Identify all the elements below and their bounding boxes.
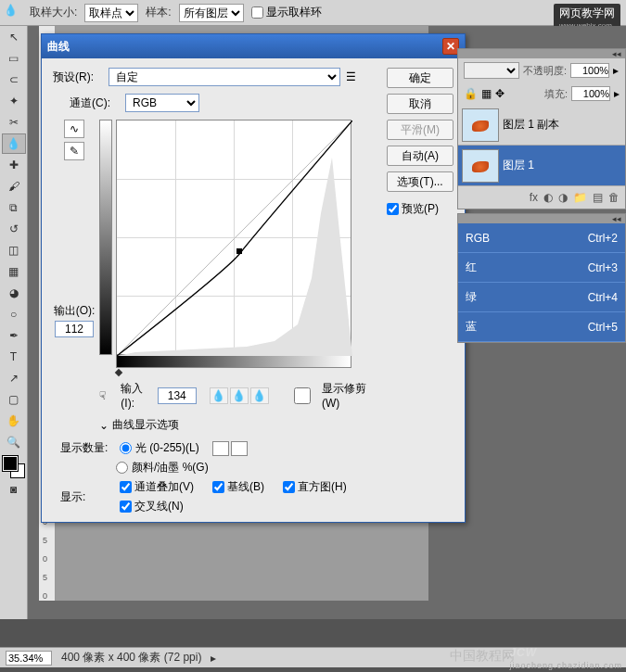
crop-tool[interactable]: ✂ <box>2 112 26 133</box>
opacity-field[interactable] <box>570 63 609 78</box>
collapse-icon[interactable]: ⌄ <box>99 419 109 432</box>
zoom-tool[interactable]: 🔍 <box>2 432 26 452</box>
path-tool[interactable]: ↗ <box>2 368 26 388</box>
doc-info-arrow-icon[interactable]: ▸ <box>211 652 216 665</box>
sample-size-select[interactable]: 取样点 <box>84 4 138 22</box>
shape-tool[interactable]: ▢ <box>2 389 26 410</box>
color-swatches[interactable] <box>3 456 25 478</box>
input-gradient <box>116 355 351 368</box>
pen-tool[interactable]: ✒ <box>2 325 26 346</box>
fill-arrow-icon[interactable]: ▸ <box>614 87 620 100</box>
ink-radio[interactable] <box>116 462 128 474</box>
preview-label: 预览(P) <box>402 201 439 217</box>
layer-thumbnail[interactable] <box>462 108 499 142</box>
curve-mode-draw-icon[interactable]: ✎ <box>64 142 84 160</box>
auto-button[interactable]: 自动(A) <box>387 146 454 166</box>
type-tool[interactable]: T <box>2 347 26 367</box>
fg-color-swatch[interactable] <box>3 456 18 471</box>
channels-panel: ◂◂ RGB Ctrl+2 红 Ctrl+3 绿 Ctrl+4 蓝 Ctrl+5 <box>457 213 626 343</box>
preset-menu-icon[interactable]: ☰ <box>346 70 356 83</box>
preview-checkbox[interactable] <box>387 203 399 215</box>
fx-icon[interactable]: fx <box>530 191 538 204</box>
intersection-checkbox[interactable] <box>120 501 132 513</box>
preset-select[interactable]: 自定 <box>109 68 340 86</box>
cancel-button[interactable]: 取消 <box>387 94 454 114</box>
adjustment-icon[interactable]: ◑ <box>558 191 568 204</box>
black-eyedropper-icon[interactable]: 💧 <box>210 387 228 404</box>
history-brush-tool[interactable]: ↺ <box>2 219 26 239</box>
input-field[interactable] <box>158 387 197 404</box>
show-ring-label: 显示取样环 <box>266 5 322 20</box>
output-label: 输出(O): <box>54 303 96 319</box>
dodge-tool[interactable]: ○ <box>2 304 26 324</box>
smooth-button[interactable]: 平滑(M) <box>387 120 454 140</box>
baseline-checkbox[interactable] <box>212 481 224 493</box>
lock-pixels-icon[interactable]: ▦ <box>481 87 492 100</box>
move-tool[interactable]: ↖ <box>2 27 26 47</box>
blend-mode-select[interactable] <box>464 62 519 79</box>
new-layer-icon[interactable]: ▤ <box>593 191 603 204</box>
lock-icon[interactable]: 🔒 <box>464 87 478 100</box>
curve-handle[interactable] <box>236 248 242 254</box>
channel-item-rgb[interactable]: RGB Ctrl+2 <box>458 223 625 253</box>
layer-item[interactable]: 图层 1 副本 <box>458 105 625 146</box>
mask-icon[interactable]: ◐ <box>543 191 553 204</box>
show-ring-checkbox[interactable] <box>251 6 263 19</box>
zoom-field[interactable] <box>6 651 52 666</box>
dialog-title: 曲线 <box>47 39 70 55</box>
channel-item-blue[interactable]: 蓝 Ctrl+5 <box>458 312 625 342</box>
eyedropper-tool[interactable]: 💧 <box>2 133 26 154</box>
output-gradient <box>99 120 112 355</box>
trash-icon[interactable]: 🗑 <box>608 191 620 204</box>
black-point-slider[interactable] <box>115 369 122 376</box>
panel-collapse-icon[interactable]: ◂◂ <box>612 49 621 58</box>
opacity-arrow-icon[interactable]: ▸ <box>613 64 619 77</box>
gradient-tool[interactable]: ▦ <box>2 261 26 282</box>
blur-tool[interactable]: ◕ <box>2 283 26 303</box>
brush-tool[interactable]: 🖌 <box>2 176 26 197</box>
white-eyedropper-icon[interactable]: 💧 <box>250 387 269 404</box>
sample-select[interactable]: 所有图层 <box>179 4 244 22</box>
sample-label: 样本: <box>146 5 171 20</box>
svg-line-1 <box>117 120 352 356</box>
curve-mode-point-icon[interactable]: ∿ <box>64 120 84 138</box>
fill-label: 填充: <box>544 87 568 101</box>
grid-small-icon[interactable] <box>212 441 229 456</box>
opacity-label: 不透明度: <box>523 64 567 78</box>
right-panels: ◂◂ 不透明度: ▸ 🔒 ▦ ✥ 填充: ▸ 图层 1 副本 图层 1 fx ◐… <box>457 48 626 347</box>
channel-item-green[interactable]: 绿 Ctrl+4 <box>458 283 625 312</box>
ok-button[interactable]: 确定 <box>387 68 454 88</box>
heal-tool[interactable]: ✚ <box>2 155 26 175</box>
light-radio[interactable] <box>120 442 132 454</box>
marquee-tool[interactable]: ▭ <box>2 48 26 69</box>
lock-position-icon[interactable]: ✥ <box>495 87 505 100</box>
curve-line <box>117 120 352 356</box>
quickmask-tool[interactable]: ◙ <box>2 479 26 500</box>
layer-item[interactable]: 图层 1 <box>458 146 625 186</box>
grid-large-icon[interactable] <box>231 441 248 456</box>
sample-size-label: 取样大小: <box>30 5 77 20</box>
output-field[interactable] <box>55 321 94 337</box>
layer-name: 图层 1 副本 <box>503 117 559 133</box>
histogram-checkbox[interactable] <box>283 481 295 493</box>
fill-field[interactable] <box>571 86 610 101</box>
folder-icon[interactable]: 📁 <box>573 191 587 204</box>
channel-overlay-checkbox[interactable] <box>120 481 132 493</box>
channel-item-red[interactable]: 红 Ctrl+3 <box>458 253 625 283</box>
channel-select[interactable]: RGB <box>125 94 199 112</box>
stamp-tool[interactable]: ⧉ <box>2 197 26 218</box>
show-clipping-checkbox[interactable] <box>286 387 319 404</box>
eraser-tool[interactable]: ◫ <box>2 240 26 260</box>
lasso-tool[interactable]: ⊂ <box>2 70 26 90</box>
wand-tool[interactable]: ✦ <box>2 91 26 111</box>
eyedropper-icon: 💧 <box>4 4 22 22</box>
hand-tool[interactable]: ✋ <box>2 411 26 431</box>
finger-icon[interactable]: ☟ <box>99 389 115 402</box>
options-button[interactable]: 选项(T)... <box>387 171 454 192</box>
curve-grid[interactable] <box>116 120 351 355</box>
dialog-titlebar[interactable]: 曲线 ✕ <box>42 34 465 58</box>
ink-label: 颜料/油墨 %(G) <box>132 460 209 475</box>
panel-collapse-icon[interactable]: ◂◂ <box>612 214 621 223</box>
gray-eyedropper-icon[interactable]: 💧 <box>230 387 249 404</box>
layer-thumbnail[interactable] <box>462 149 499 183</box>
